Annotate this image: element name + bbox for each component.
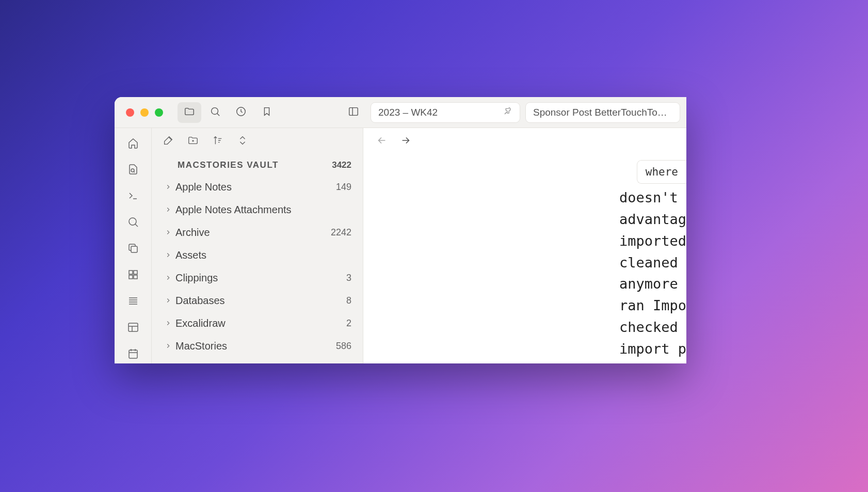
sidebar-toolbar [152,128,363,155]
app-window: 2023 – WK42 Sponsor Post BetterTouchTo… [115,97,686,363]
search-field[interactable]: where [637,160,686,184]
minimize-window-button[interactable] [140,108,149,117]
folder-count: 2 [346,318,351,329]
folder-item[interactable]: Apple Notes Attachments [152,198,363,221]
search-toolbar-button[interactable] [203,102,227,123]
tab-secondary[interactable]: Sponsor Post BetterTouchTo… [525,102,680,123]
clock-icon [235,106,247,119]
nav-back-button[interactable] [374,133,390,150]
new-folder-button[interactable] [183,131,203,152]
folder-name: MacStories [175,340,336,352]
rail-search-button[interactable] [123,214,143,231]
sidebar: MACSTORIES VAULT 3422 Apple Notes 149 Ap… [152,128,363,363]
rail-layout-button[interactable] [123,320,143,337]
chevron-right-icon[interactable] [161,206,175,213]
history-toolbar-button[interactable] [229,102,253,123]
tab-primary[interactable]: 2023 – WK42 [371,102,520,123]
svg-rect-2 [349,107,358,115]
traffic-lights [115,108,174,117]
folder-name: Clippings [175,272,346,284]
rail-grid-button[interactable] [123,267,143,284]
vault-title: MACSTORIES VAULT [178,160,279,170]
nav-forward-button[interactable] [397,133,414,150]
chevron-right-icon[interactable] [161,342,175,350]
folder-name: Apple Notes Attachments [175,204,351,216]
left-rail [115,128,152,363]
chevron-right-icon[interactable] [161,229,175,236]
arrow-right-icon [400,135,411,148]
folder-icon [184,106,195,119]
layout-icon [127,321,139,336]
folder-name: Archive [175,227,331,239]
folder-name: Databases [175,295,346,307]
editor-pane: where doesn't advantag imported cleaned … [363,128,686,363]
chevron-right-icon[interactable] [161,251,175,259]
panel-icon [348,106,359,119]
copy-icon [127,242,139,257]
panel-toggle-button[interactable] [342,102,365,123]
close-window-button[interactable] [126,108,134,117]
svg-rect-9 [134,275,137,279]
svg-rect-10 [128,323,138,331]
folder-name: Apple Notes [175,181,336,193]
folder-plus-icon [187,135,199,148]
grid-icon [127,268,139,283]
svg-rect-7 [134,271,137,274]
collapse-button[interactable] [232,131,253,152]
folder-list: Apple Notes 149 Apple Notes Attachments … [152,176,363,363]
rail-terminal-button[interactable] [123,188,143,205]
svg-rect-5 [131,246,137,252]
search-icon [210,106,221,119]
folder-name: Excalidraw [175,318,346,329]
svg-point-4 [129,218,136,225]
terminal-icon [127,189,139,204]
vault-count: 3422 [332,160,351,170]
folder-count: 586 [336,341,351,352]
rail-list-button[interactable] [123,294,143,311]
rail-home-button[interactable] [123,135,143,152]
search-icon [127,216,139,230]
folder-item[interactable]: Clippings 3 [152,266,363,289]
svg-rect-11 [129,350,137,358]
chevron-right-icon[interactable] [161,320,175,327]
rail-calendar-button[interactable] [123,346,143,363]
folder-item[interactable]: Archive 2242 [152,221,363,244]
svg-rect-8 [129,275,133,279]
sort-button[interactable] [207,131,228,152]
pin-icon[interactable] [503,106,512,118]
folder-count: 3 [346,273,351,283]
fullscreen-window-button[interactable] [155,108,163,117]
rail-copy-button[interactable] [123,241,143,258]
files-toolbar-button[interactable] [178,102,201,123]
file-search-icon [127,163,139,178]
folder-item[interactable]: Databases 8 [152,289,363,312]
chevron-right-icon[interactable] [161,297,175,304]
folder-count: 8 [346,295,351,306]
tab-secondary-label: Sponsor Post BetterTouchTo… [533,107,667,118]
folder-item[interactable]: Apple Notes 149 [152,176,363,198]
bookmark-icon [261,106,272,119]
folder-item[interactable]: Excalidraw 2 [152,312,363,335]
vault-header[interactable]: MACSTORIES VAULT 3422 [152,155,363,176]
home-icon [127,137,139,151]
arrow-left-icon [376,135,388,148]
rail-file-search-button[interactable] [123,162,143,179]
folder-count: 149 [336,182,351,193]
chevron-right-icon[interactable] [161,274,175,281]
compose-icon [163,135,174,148]
folder-item[interactable]: MacStories 586 [152,335,363,357]
folder-item[interactable]: Assets [152,244,363,266]
search-query: where [646,166,678,178]
document-content[interactable]: doesn't advantag imported cleaned anymor… [619,187,686,360]
svg-point-0 [212,107,218,114]
list-icon [127,295,139,309]
sort-icon [212,135,223,148]
chevron-right-icon[interactable] [161,183,175,191]
tab-primary-label: 2023 – WK42 [378,107,438,118]
bookmarks-toolbar-button[interactable] [255,102,279,123]
svg-rect-6 [129,271,133,274]
calendar-icon [127,347,139,362]
new-note-button[interactable] [158,131,179,152]
titlebar: 2023 – WK42 Sponsor Post BetterTouchTo… [115,97,686,128]
editor-nav [363,128,686,155]
